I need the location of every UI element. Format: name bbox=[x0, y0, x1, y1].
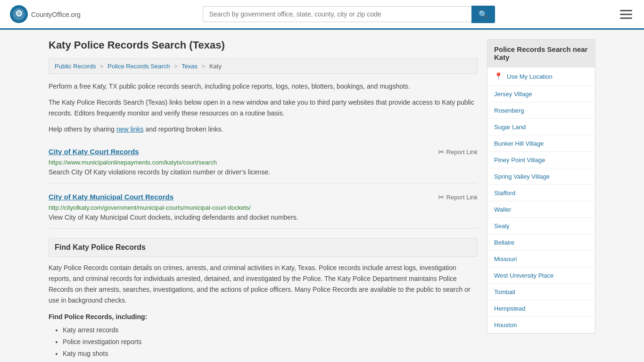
page-title: Katy Police Records Search (Texas) bbox=[49, 39, 478, 51]
hamburger-line-3 bbox=[620, 17, 632, 19]
sidebar-item-bellaire[interactable]: Bellaire bbox=[487, 234, 595, 251]
menu-button[interactable] bbox=[618, 8, 635, 21]
content-area: Katy Police Records Search (Texas) Publi… bbox=[49, 39, 478, 362]
record-url-1: http://cityofkaty.com/government/municip… bbox=[49, 204, 478, 211]
sidebar-item-sugar-land[interactable]: Sugar Land bbox=[487, 119, 595, 135]
record-title-1[interactable]: City of Katy Municipal Court Records bbox=[49, 193, 173, 201]
record-card-1: City of Katy Municipal Court Records ✂ R… bbox=[49, 186, 478, 229]
site-header: ⚙ CountyOffice.org 🔍 bbox=[0, 0, 644, 30]
record-title-0[interactable]: City of Katy Court Records bbox=[49, 148, 139, 156]
sidebar-item-bunker-hill-village[interactable]: Bunker Hill Village bbox=[487, 135, 595, 152]
logo-area: ⚙ CountyOffice.org bbox=[9, 5, 81, 24]
bullet-item-2: Katy mug shots bbox=[63, 348, 478, 360]
search-input[interactable] bbox=[203, 6, 471, 22]
record-card-0: City of Katy Court Records ✂ Report Link… bbox=[49, 140, 478, 183]
intro-para-1: Perform a free Katy, TX public police re… bbox=[49, 81, 478, 91]
find-section-heading: Find Katy Police Records bbox=[49, 238, 478, 257]
sidebar-item-sealy[interactable]: Sealy bbox=[487, 218, 595, 234]
record-desc-1: View City of Katy Municipal Court docket… bbox=[49, 214, 478, 221]
location-icon: 📍 bbox=[494, 72, 503, 81]
logo-icon: ⚙ bbox=[9, 5, 28, 24]
record-url-0: https://www.municipalonlinepayments.com/… bbox=[49, 159, 478, 166]
logo-text: CountyOffice.org bbox=[31, 9, 81, 19]
breadcrumb-sep-3: > bbox=[202, 63, 206, 70]
sidebar-item-stafford[interactable]: Stafford bbox=[487, 185, 595, 201]
main-wrapper: Katy Police Records Search (Texas) Publi… bbox=[39, 30, 605, 362]
breadcrumb-public-records[interactable]: Public Records bbox=[55, 63, 96, 70]
hamburger-line-2 bbox=[620, 14, 632, 15]
sidebar-item-hempstead[interactable]: Hempstead bbox=[487, 300, 595, 317]
record-card-1-header: City of Katy Municipal Court Records ✂ R… bbox=[49, 193, 478, 202]
sidebar-use-location[interactable]: 📍 Use My Location bbox=[487, 67, 595, 86]
breadcrumb-katy: Katy bbox=[209, 63, 222, 70]
sidebar-header: Police Records Search near Katy bbox=[487, 39, 595, 67]
report-link-button-1[interactable]: ✂ Report Link bbox=[438, 193, 478, 202]
intro-para-3: Help others by sharing new links and rep… bbox=[49, 124, 478, 134]
breadcrumb: Public Records > Police Records Search >… bbox=[49, 58, 478, 74]
sidebar-list: 📍 Use My Location Jersey Village Rosenbe… bbox=[487, 67, 595, 334]
bullet-item-3: Booking reports bbox=[63, 360, 478, 362]
report-icon-1: ✂ bbox=[438, 193, 444, 202]
record-card-0-header: City of Katy Court Records ✂ Report Link bbox=[49, 148, 478, 156]
bullet-list: Katy arrest records Police investigation… bbox=[49, 324, 478, 362]
intro-para-2: The Katy Police Records Search (Texas) l… bbox=[49, 97, 478, 118]
record-desc-0: Search City Of Katy violations records b… bbox=[49, 168, 478, 176]
sidebar-item-waller[interactable]: Waller bbox=[487, 201, 595, 218]
hamburger-line-1 bbox=[620, 10, 632, 11]
report-link-button-0[interactable]: ✂ Report Link bbox=[438, 148, 478, 156]
sidebar-item-tomball[interactable]: Tomball bbox=[487, 284, 595, 300]
find-section-sub-heading: Find Police Records, including: bbox=[49, 313, 478, 321]
sidebar-item-spring-valley-village[interactable]: Spring Valley Village bbox=[487, 168, 595, 185]
sidebar-item-rosenberg[interactable]: Rosenberg bbox=[487, 102, 595, 119]
bullet-item-0: Katy arrest records bbox=[63, 324, 478, 336]
sidebar-item-piney-point-village[interactable]: Piney Point Village bbox=[487, 152, 595, 168]
sidebar-item-missouri[interactable]: Missouri bbox=[487, 251, 595, 267]
find-section-body: Katy Police Records contain details on c… bbox=[49, 263, 478, 306]
sidebar: Police Records Search near Katy 📍 Use My… bbox=[487, 39, 595, 362]
search-bar: 🔍 bbox=[203, 6, 495, 23]
report-icon-0: ✂ bbox=[438, 148, 444, 156]
breadcrumb-sep-2: > bbox=[174, 63, 178, 70]
new-links-link[interactable]: new links bbox=[116, 125, 144, 133]
svg-text:⚙: ⚙ bbox=[15, 9, 23, 18]
search-button[interactable]: 🔍 bbox=[471, 6, 495, 23]
breadcrumb-sep-1: > bbox=[100, 63, 104, 70]
breadcrumb-police-records-search[interactable]: Police Records Search bbox=[107, 63, 170, 70]
sidebar-item-west-university-place[interactable]: West University Place bbox=[487, 267, 595, 284]
sidebar-item-jersey-village[interactable]: Jersey Village bbox=[487, 86, 595, 102]
use-location-link[interactable]: Use My Location bbox=[507, 73, 553, 80]
bullet-item-1: Police investigation reports bbox=[63, 336, 478, 348]
breadcrumb-texas[interactable]: Texas bbox=[182, 63, 198, 70]
sidebar-item-houston[interactable]: Houston bbox=[487, 317, 595, 333]
